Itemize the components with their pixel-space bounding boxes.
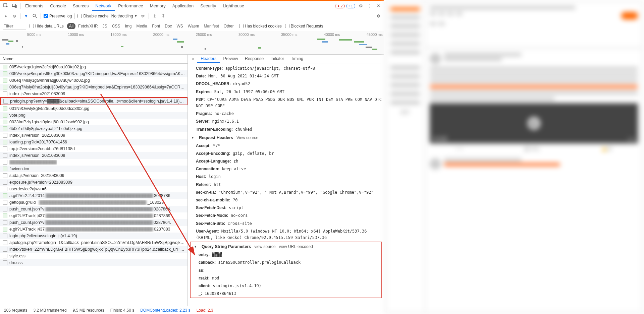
export-icon[interactable]: ↧: [160, 13, 166, 19]
request-row[interactable]: 006eq7Msly1gtwmr9raqjj60vu0jw40o02.jpg: [0, 77, 187, 84]
tab-network[interactable]: Network: [92, 2, 115, 11]
request-row[interactable]: 005Vveixgy1gtxw2cfcktj60so103tej02.jpg: [0, 64, 187, 70]
detail-tab-preview[interactable]: Preview: [220, 55, 241, 63]
request-row[interactable]: gettopsug?uid= █████████████████████████…: [0, 199, 187, 206]
filter-media[interactable]: Media: [134, 23, 149, 29]
blocked-cookies-checkbox[interactable]: Has blocked cookies: [239, 24, 282, 28]
tab-elements[interactable]: Elements: [22, 2, 47, 10]
tab-application[interactable]: Application: [169, 2, 197, 10]
qsp-view-encoded[interactable]: view URL-encoded: [279, 244, 313, 249]
view-source-link[interactable]: View source: [236, 135, 258, 140]
filter-js[interactable]: JS: [101, 23, 109, 29]
filter-manifest[interactable]: Manifest: [202, 23, 221, 29]
gear-icon[interactable]: ⚙: [358, 3, 364, 9]
header-row: Sec-Fetch-Site: cross-site: [188, 220, 384, 228]
request-row[interactable]: login.php?client=ssologin.js(v1.4.19): [0, 233, 187, 239]
preserve-log-checkbox[interactable]: Preserve log: [44, 14, 72, 18]
info-badge[interactable]: 1: [346, 4, 355, 8]
request-row[interactable]: prelogin.php?entry=▓▓▓▓&callback=sinaSSO…: [0, 97, 187, 105]
detail-tab-initiator[interactable]: Initiator: [267, 55, 287, 63]
image-file-icon: [3, 113, 7, 118]
import-icon[interactable]: ↥: [152, 13, 158, 19]
error-badge[interactable]: 2: [335, 4, 345, 8]
detail-tab-response[interactable]: Response: [241, 55, 267, 63]
request-row[interactable]: top.js?version=2ceabba76d81138d: [0, 145, 187, 152]
tab-lighthouse[interactable]: Lighthouse: [219, 2, 248, 10]
status-bar: 205 requests 3.2 MB transferred 9.5 MB r…: [0, 306, 384, 314]
request-row[interactable]: 0033ImPzly1gtxzt0pksrj60u012xwh902.jpg: [0, 119, 187, 125]
filter-doc[interactable]: Doc: [163, 23, 174, 29]
more-icon[interactable]: ⋮: [367, 3, 373, 9]
filter-ws[interactable]: WS: [175, 23, 185, 29]
request-row[interactable]: push_count.json?v ██████████████████████…: [0, 219, 187, 226]
inspect-icon[interactable]: [3, 3, 9, 9]
settings-gear-icon[interactable]: ⚙: [375, 13, 381, 19]
header-row: Date: Mon, 30 Aug 2021 01:44:24 GMT: [188, 72, 384, 80]
request-row[interactable]: ████████████████: [0, 159, 187, 166]
image-file-icon: [3, 193, 7, 198]
tab-sources[interactable]: Sources: [69, 2, 92, 10]
doc-file-icon: [3, 180, 7, 185]
detail-tab-headers[interactable]: Headers: [197, 55, 220, 63]
request-row[interactable]: 001N9Ovwly8gtv52tru56j60dc0dcq3f02.jpg: [0, 105, 187, 112]
filter-all[interactable]: All: [67, 23, 75, 29]
devtools-tabs: ElementsConsoleSourcesNetworkPerformance…: [0, 1, 384, 11]
request-row[interactable]: loading.png?id=201707041456: [0, 139, 187, 145]
request-row[interactable]: userdevice?ajwvr=6: [0, 186, 187, 192]
request-row[interactable]: 006eq7Msly8fne2otsjulj30yi0yftau.jpg?KID…: [0, 84, 187, 90]
close-detail-icon[interactable]: ×: [189, 56, 197, 62]
hide-urls-checkbox[interactable]: Hide data URLs: [30, 24, 64, 28]
request-row[interactable]: a.gif?V=2.2.4.2014 █████████████████████…: [0, 192, 187, 199]
device-icon[interactable]: [11, 3, 17, 9]
header-row: Accept-Encoding: gzip, deflate, br: [188, 150, 384, 158]
detail-tab-timing[interactable]: Timing: [287, 55, 307, 63]
request-row[interactable]: exposure.js?version=2021083009: [0, 179, 187, 186]
clear-icon[interactable]: ⊘: [11, 13, 17, 19]
qsp-view-source[interactable]: view source: [254, 244, 275, 249]
filter-fetch-xhr[interactable]: Fetch/XHR: [76, 23, 100, 29]
request-row[interactable]: vote.png: [0, 112, 187, 119]
filter-css[interactable]: CSS: [110, 23, 122, 29]
image-file-icon: [3, 78, 7, 83]
request-row[interactable]: e.gif?UATrack||437 █████████████████████…: [0, 212, 187, 219]
search-icon[interactable]: [32, 13, 38, 19]
blocked-requests-checkbox[interactable]: Blocked Requests: [285, 24, 323, 28]
network-timeline[interactable]: 5000 ms10000 ms15000 ms20000 ms25000 ms3…: [0, 31, 384, 55]
tab-console[interactable]: Console: [47, 2, 69, 10]
tab-security[interactable]: Security: [197, 2, 219, 10]
query-string-section[interactable]: Query String Parameters view source view…: [191, 242, 381, 251]
request-row[interactable]: suda.js?version=2021083009: [0, 172, 187, 179]
disable-cache-checkbox[interactable]: Disable cache: [77, 14, 108, 18]
svg-point-5: [143, 17, 143, 17]
request-row[interactable]: dm.css: [0, 259, 187, 266]
request-row[interactable]: index.js?version=2021083009: [0, 132, 187, 139]
name-column-header[interactable]: Name: [0, 55, 187, 64]
image-file-icon: [3, 85, 7, 89]
filter-font[interactable]: Font: [150, 23, 162, 29]
request-headers-section[interactable]: Request Headers View source: [188, 133, 384, 142]
tab-memory[interactable]: Memory: [147, 2, 169, 10]
throttling-select[interactable]: No throttling ▼: [111, 14, 138, 18]
close-icon[interactable]: ✕: [375, 3, 381, 9]
filter-input[interactable]: [3, 23, 26, 29]
filter-other[interactable]: Other: [222, 23, 236, 29]
filter-icon[interactable]: ▼: [23, 13, 29, 19]
network-conditions-icon[interactable]: [140, 13, 146, 19]
tab-performance[interactable]: Performance: [115, 2, 146, 10]
request-row[interactable]: index.js?version=2021083009: [0, 152, 187, 159]
request-row[interactable]: index.js?version=2021083009: [0, 90, 187, 97]
header-row: _: 1630287864613: [191, 290, 381, 298]
request-row[interactable]: 005Vveixjw8eqarbs65xgj30k00k03zo.jpg?KID…: [0, 70, 187, 77]
request-row[interactable]: ajaxlogin.php?framelogin=1&callback=pare…: [0, 239, 187, 246]
header-row: entry: ▓▓▓▓: [191, 251, 381, 259]
request-row[interactable]: favicon.ico: [0, 166, 187, 172]
filter-wasm[interactable]: Wasm: [186, 23, 201, 29]
image-file-icon: [3, 126, 7, 131]
request-row[interactable]: style.css: [0, 253, 187, 259]
record-icon[interactable]: ●: [3, 13, 9, 19]
request-row[interactable]: index?token=2ZmVhLDgMAFBRiT5WSjjBpgwojkk…: [0, 246, 187, 253]
request-row[interactable]: 6b0e1e9dly8gtxzezyoafj21hc0u0jzx.jpg: [0, 125, 187, 132]
request-row[interactable]: e.gif?UATrack||437 █████████████████████…: [0, 226, 187, 233]
filter-img[interactable]: Img: [123, 23, 133, 29]
request-row[interactable]: push_count.json?v ██████████████████████…: [0, 206, 187, 212]
